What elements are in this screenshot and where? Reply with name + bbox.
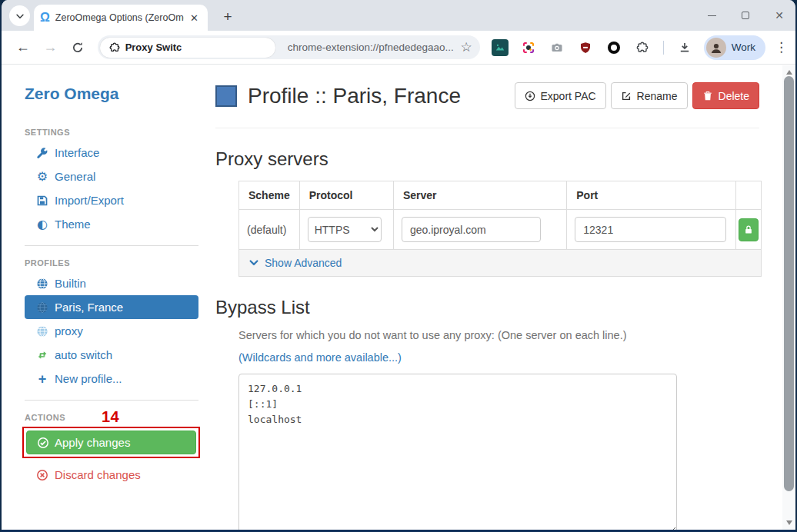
back-button[interactable]: ← [12,37,34,58]
scheme-cell: (default) [239,210,300,250]
extensions-puzzle-icon[interactable] [633,38,652,57]
actions-label-text: ACTIONS [25,413,65,422]
table-header-row: Scheme Protocol Server Port [239,181,762,210]
apply-changes-label: Apply changes [55,436,130,449]
globe-icon [36,301,48,314]
sidebar-item-theme[interactable]: ◐ Theme [25,212,198,236]
brand-title: Zero Omega [25,85,200,103]
column-server: Server [393,181,566,210]
protocol-select[interactable]: HTTPS [308,217,382,242]
delete-label: Delete [719,90,749,102]
browser-profile-chip[interactable]: Work [704,35,765,60]
discard-changes-button[interactable]: Discard changes [25,463,198,487]
dark-circle-extension-icon[interactable] [605,38,623,57]
sidebar-item-label: General [55,170,95,183]
sidebar-item-profile-paris-france-selected[interactable]: Paris, France [25,295,198,319]
export-pac-label: Export PAC [541,90,596,102]
tab-close-icon[interactable]: ✕ [187,11,202,25]
show-advanced-label: Show Advanced [265,257,342,269]
globe-icon [36,325,48,337]
sidebar-item-profile-proxy[interactable]: proxy [25,319,198,343]
profile-header: Profile :: Paris, France Export PAC Rena… [215,82,759,109]
column-scheme: Scheme [239,181,300,210]
image-extension-icon[interactable] [491,38,509,57]
sidebar-item-general[interactable]: ⚙ General [25,165,198,188]
sidebar: Zero Omega SETTINGS Interface ⚙ General … [2,65,200,530]
trash-icon [702,91,713,101]
sidebar-item-label: Interface [55,146,99,159]
reload-button[interactable] [67,37,88,58]
sidebar-item-label: Builtin [55,277,86,290]
wildcards-help-link[interactable]: (Wildcards and more available...) [238,351,402,364]
tab-title: ZeroOmega Options (ZeroOme [55,12,184,23]
sidebar-item-label: Paris, France [55,301,123,314]
globe-icon [36,278,48,290]
active-tab[interactable]: Ω ZeroOmega Options (ZeroOme ✕ [34,5,208,31]
settings-section-label: SETTINGS [25,128,200,137]
rename-button[interactable]: Rename [611,82,688,109]
chevron-down-icon [248,258,259,268]
server-input[interactable] [402,217,541,242]
sidebar-item-label: Import/Export [55,194,124,207]
extension-options-page: Zero Omega SETTINGS Interface ⚙ General … [2,65,795,530]
auth-lock-button[interactable] [739,218,759,241]
annotation-step-number: 14 [102,408,119,426]
port-cell [567,210,736,250]
downloads-button[interactable] [675,38,694,57]
browser-toolbar: ← → Proxy Switc chrome-extension://pfned… [2,31,795,65]
bookmark-star-icon[interactable]: ☆ [460,39,472,55]
maximize-button[interactable] [740,10,751,21]
browser-menu-button[interactable]: ⋮ [775,39,788,55]
sidebar-divider [25,245,198,246]
extension-chip-label: Proxy Switc [125,42,182,53]
address-bar[interactable]: Proxy Switc chrome-extension://pfnededeg… [98,35,480,59]
window-close-button[interactable]: ✕ [774,10,785,21]
bypass-list-heading: Bypass List [215,297,759,318]
minimize-button[interactable] [706,10,717,21]
sidebar-divider [25,400,198,401]
header-divider [215,128,759,128]
page-title: Profile :: Paris, France [248,84,515,108]
forward-button[interactable]: → [40,37,62,58]
sidebar-item-profile-auto-switch[interactable]: auto switch [25,343,198,367]
scrollbar-thumb[interactable] [784,76,794,491]
sidebar-item-profile-builtin[interactable]: Builtin [25,271,198,295]
apply-changes-button[interactable]: Apply changes [26,431,196,454]
export-pac-button[interactable]: Export PAC [515,82,606,109]
sidebar-item-label: auto switch [55,348,112,361]
extension-name-chip[interactable]: Proxy Switc [100,38,275,58]
actions-section-label: ACTIONS 14 [25,413,200,422]
contrast-icon: ◐ [36,218,48,231]
new-tab-button[interactable]: + [217,6,238,28]
lock-icon [743,224,754,235]
sidebar-item-label: proxy [55,324,83,337]
camera-extension-icon[interactable] [548,38,566,57]
sidebar-item-import-export[interactable]: Import/Export [25,188,198,212]
browser-window: Ω ZeroOmega Options (ZeroOme ✕ + ✕ ← → P… [0,0,797,532]
sidebar-item-new-profile[interactable]: + New profile... [25,367,198,391]
shield-extension-icon[interactable] [576,38,595,57]
show-advanced-link[interactable]: Show Advanced [248,257,752,269]
plus-icon: + [36,373,48,385]
scrollbar-down-arrow[interactable] [782,517,795,528]
sidebar-item-interface[interactable]: Interface [25,141,198,165]
extension-chip-icon [109,42,120,53]
proxy-servers-heading: Proxy servers [215,148,759,170]
main-content: Profile :: Paris, France Export PAC Rena… [200,65,782,530]
tab-search-button[interactable] [9,5,30,26]
protocol-cell: HTTPS [299,210,393,250]
table-row: (default) HTTPS [239,210,762,250]
chevron-down-icon [15,11,25,22]
omega-favicon-icon: Ω [40,11,50,25]
show-advanced-row: Show Advanced [239,250,762,277]
delete-button[interactable]: Delete [692,82,759,109]
bypass-list-textarea[interactable]: 127.0.0.1 [::1] localhost [238,374,677,530]
screenshot-extension-icon[interactable] [519,38,538,57]
avatar [706,38,726,58]
url-text[interactable]: chrome-extension://pfnededegaao... [288,42,461,53]
x-circle-icon [36,469,48,481]
sidebar-item-label: New profile... [55,372,122,385]
column-port: Port [567,181,736,210]
port-input[interactable] [575,217,726,242]
page-scrollbar[interactable] [782,65,795,530]
